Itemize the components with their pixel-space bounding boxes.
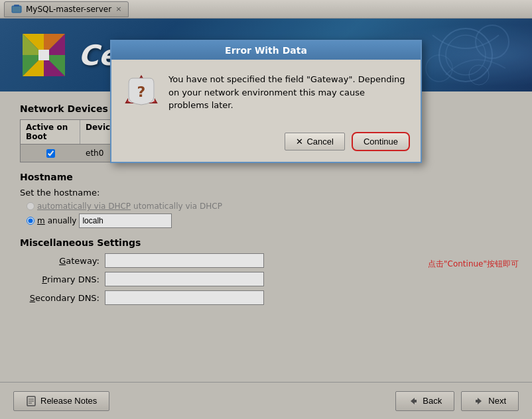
continue-label: Continue <box>364 137 398 147</box>
modal-header: Error With Data <box>111 41 421 60</box>
cancel-button[interactable]: ✕ Cancel <box>285 133 344 150</box>
cancel-label: Cancel <box>306 137 333 147</box>
modal-footer: ✕ Cancel Continue <box>111 125 421 162</box>
continue-button[interactable]: Continue <box>352 132 410 151</box>
modal-overlay: Error With Data ? You have not specified… <box>0 0 532 419</box>
warning-icon: ? <box>125 73 158 106</box>
svg-text:?: ? <box>137 84 146 100</box>
cancel-icon: ✕ <box>296 137 303 147</box>
modal-message: You have not specified the field "Gatewa… <box>168 73 407 112</box>
modal-body: ? You have not specified the field "Gate… <box>111 60 421 125</box>
error-modal: Error With Data ? You have not specified… <box>110 40 422 163</box>
annotation-text: 点击"Continue"按钮即可 <box>428 259 519 270</box>
